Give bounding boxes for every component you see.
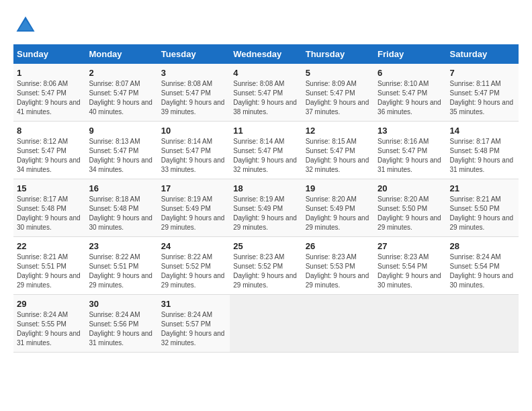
calendar-cell: 4 Sunrise: 8:08 AM Sunset: 5:47 PM Dayli… — [230, 64, 302, 122]
weekday-header-thursday: Thursday — [302, 44, 374, 64]
day-number: 10 — [161, 126, 226, 136]
calendar-table: SundayMondayTuesdayWednesdayThursdayFrid… — [13, 44, 519, 353]
day-number: 4 — [233, 68, 298, 78]
day-info: Sunrise: 8:08 AM Sunset: 5:47 PM Dayligh… — [233, 79, 298, 117]
day-number: 8 — [17, 126, 82, 136]
calendar-cell: 22 Sunrise: 8:21 AM Sunset: 5:51 PM Dayl… — [13, 237, 85, 295]
day-info: Sunrise: 8:21 AM Sunset: 5:50 PM Dayligh… — [450, 195, 515, 232]
logo — [13, 13, 42, 38]
day-number: 21 — [450, 183, 515, 193]
day-number: 3 — [161, 68, 226, 78]
day-info: Sunrise: 8:23 AM Sunset: 5:54 PM Dayligh… — [378, 253, 443, 290]
day-info: Sunrise: 8:11 AM Sunset: 5:47 PM Dayligh… — [450, 79, 515, 117]
page-header — [13, 13, 519, 38]
day-info: Sunrise: 8:22 AM Sunset: 5:52 PM Dayligh… — [161, 253, 226, 290]
calendar-cell: 21 Sunrise: 8:21 AM Sunset: 5:50 PM Dayl… — [447, 179, 519, 237]
day-number: 15 — [17, 183, 82, 193]
calendar-cell — [374, 295, 446, 353]
day-number: 18 — [233, 183, 298, 193]
day-number: 1 — [17, 68, 82, 78]
day-number: 12 — [306, 126, 371, 136]
calendar-cell: 7 Sunrise: 8:11 AM Sunset: 5:47 PM Dayli… — [447, 64, 519, 122]
day-info: Sunrise: 8:09 AM Sunset: 5:47 PM Dayligh… — [306, 79, 371, 117]
calendar-cell: 23 Sunrise: 8:22 AM Sunset: 5:51 PM Dayl… — [85, 237, 157, 295]
calendar-cell: 15 Sunrise: 8:17 AM Sunset: 5:48 PM Dayl… — [13, 179, 85, 237]
week-row-4: 22 Sunrise: 8:21 AM Sunset: 5:51 PM Dayl… — [13, 237, 519, 295]
calendar-cell: 8 Sunrise: 8:12 AM Sunset: 5:47 PM Dayli… — [13, 122, 85, 179]
day-info: Sunrise: 8:19 AM Sunset: 5:49 PM Dayligh… — [161, 195, 226, 232]
day-info: Sunrise: 8:20 AM Sunset: 5:50 PM Dayligh… — [378, 195, 443, 232]
calendar-cell: 13 Sunrise: 8:16 AM Sunset: 5:47 PM Dayl… — [374, 122, 446, 179]
week-row-1: 1 Sunrise: 8:06 AM Sunset: 5:47 PM Dayli… — [13, 64, 519, 122]
day-number: 25 — [233, 241, 298, 251]
day-number: 13 — [378, 126, 443, 136]
day-number: 11 — [233, 126, 298, 136]
day-number: 26 — [306, 241, 371, 251]
day-info: Sunrise: 8:13 AM Sunset: 5:47 PM Dayligh… — [89, 137, 154, 175]
calendar-cell — [302, 295, 374, 353]
weekday-header-friday: Friday — [374, 44, 446, 64]
calendar-cell: 28 Sunrise: 8:24 AM Sunset: 5:54 PM Dayl… — [447, 237, 519, 295]
calendar-cell: 12 Sunrise: 8:15 AM Sunset: 5:47 PM Dayl… — [302, 122, 374, 179]
calendar-cell: 16 Sunrise: 8:18 AM Sunset: 5:48 PM Dayl… — [85, 179, 157, 237]
logo-icon — [13, 13, 38, 38]
calendar-cell: 31 Sunrise: 8:24 AM Sunset: 5:57 PM Dayl… — [158, 295, 230, 353]
day-info: Sunrise: 8:08 AM Sunset: 5:47 PM Dayligh… — [161, 79, 226, 117]
day-info: Sunrise: 8:23 AM Sunset: 5:52 PM Dayligh… — [233, 253, 298, 290]
day-number: 2 — [89, 68, 154, 78]
weekday-header-row: SundayMondayTuesdayWednesdayThursdayFrid… — [13, 44, 519, 64]
day-info: Sunrise: 8:10 AM Sunset: 5:47 PM Dayligh… — [378, 79, 443, 117]
day-number: 7 — [450, 68, 515, 78]
calendar-cell: 10 Sunrise: 8:14 AM Sunset: 5:47 PM Dayl… — [158, 122, 230, 179]
calendar-cell: 5 Sunrise: 8:09 AM Sunset: 5:47 PM Dayli… — [302, 64, 374, 122]
day-number: 27 — [378, 241, 443, 251]
day-info: Sunrise: 8:17 AM Sunset: 5:48 PM Dayligh… — [450, 137, 515, 175]
day-number: 29 — [17, 299, 82, 309]
calendar-cell: 27 Sunrise: 8:23 AM Sunset: 5:54 PM Dayl… — [374, 237, 446, 295]
calendar-cell: 14 Sunrise: 8:17 AM Sunset: 5:48 PM Dayl… — [447, 122, 519, 179]
week-row-3: 15 Sunrise: 8:17 AM Sunset: 5:48 PM Dayl… — [13, 179, 519, 237]
calendar-cell: 24 Sunrise: 8:22 AM Sunset: 5:52 PM Dayl… — [158, 237, 230, 295]
calendar-cell: 29 Sunrise: 8:24 AM Sunset: 5:55 PM Dayl… — [13, 295, 85, 353]
day-info: Sunrise: 8:14 AM Sunset: 5:47 PM Dayligh… — [161, 137, 226, 175]
day-number: 19 — [306, 183, 371, 193]
calendar-cell — [230, 295, 302, 353]
day-info: Sunrise: 8:23 AM Sunset: 5:53 PM Dayligh… — [306, 253, 371, 290]
week-row-2: 8 Sunrise: 8:12 AM Sunset: 5:47 PM Dayli… — [13, 122, 519, 179]
day-info: Sunrise: 8:15 AM Sunset: 5:47 PM Dayligh… — [306, 137, 371, 175]
calendar-cell: 17 Sunrise: 8:19 AM Sunset: 5:49 PM Dayl… — [158, 179, 230, 237]
day-number: 22 — [17, 241, 82, 251]
weekday-header-sunday: Sunday — [13, 44, 85, 64]
day-info: Sunrise: 8:18 AM Sunset: 5:48 PM Dayligh… — [89, 195, 154, 232]
day-info: Sunrise: 8:19 AM Sunset: 5:49 PM Dayligh… — [233, 195, 298, 232]
weekday-header-saturday: Saturday — [447, 44, 519, 64]
day-number: 17 — [161, 183, 226, 193]
day-info: Sunrise: 8:21 AM Sunset: 5:51 PM Dayligh… — [17, 253, 82, 290]
weekday-header-tuesday: Tuesday — [158, 44, 230, 64]
day-number: 6 — [378, 68, 443, 78]
calendar-cell: 18 Sunrise: 8:19 AM Sunset: 5:49 PM Dayl… — [230, 179, 302, 237]
calendar-cell: 25 Sunrise: 8:23 AM Sunset: 5:52 PM Dayl… — [230, 237, 302, 295]
day-info: Sunrise: 8:24 AM Sunset: 5:54 PM Dayligh… — [450, 253, 515, 290]
day-number: 14 — [450, 126, 515, 136]
weekday-header-monday: Monday — [85, 44, 157, 64]
day-number: 9 — [89, 126, 154, 136]
day-number: 16 — [89, 183, 154, 193]
day-number: 20 — [378, 183, 443, 193]
day-number: 30 — [89, 299, 154, 309]
day-info: Sunrise: 8:06 AM Sunset: 5:47 PM Dayligh… — [17, 79, 82, 117]
day-info: Sunrise: 8:17 AM Sunset: 5:48 PM Dayligh… — [17, 195, 82, 232]
calendar-cell: 6 Sunrise: 8:10 AM Sunset: 5:47 PM Dayli… — [374, 64, 446, 122]
day-info: Sunrise: 8:22 AM Sunset: 5:51 PM Dayligh… — [89, 253, 154, 290]
day-number: 28 — [450, 241, 515, 251]
calendar-cell: 11 Sunrise: 8:14 AM Sunset: 5:47 PM Dayl… — [230, 122, 302, 179]
day-info: Sunrise: 8:24 AM Sunset: 5:56 PM Dayligh… — [89, 310, 154, 348]
day-number: 31 — [161, 299, 226, 309]
day-info: Sunrise: 8:16 AM Sunset: 5:47 PM Dayligh… — [378, 137, 443, 175]
calendar-cell: 20 Sunrise: 8:20 AM Sunset: 5:50 PM Dayl… — [374, 179, 446, 237]
day-number: 23 — [89, 241, 154, 251]
calendar-cell: 1 Sunrise: 8:06 AM Sunset: 5:47 PM Dayli… — [13, 64, 85, 122]
day-info: Sunrise: 8:24 AM Sunset: 5:57 PM Dayligh… — [161, 310, 226, 348]
day-info: Sunrise: 8:07 AM Sunset: 5:47 PM Dayligh… — [89, 79, 154, 117]
day-info: Sunrise: 8:24 AM Sunset: 5:55 PM Dayligh… — [17, 310, 82, 348]
